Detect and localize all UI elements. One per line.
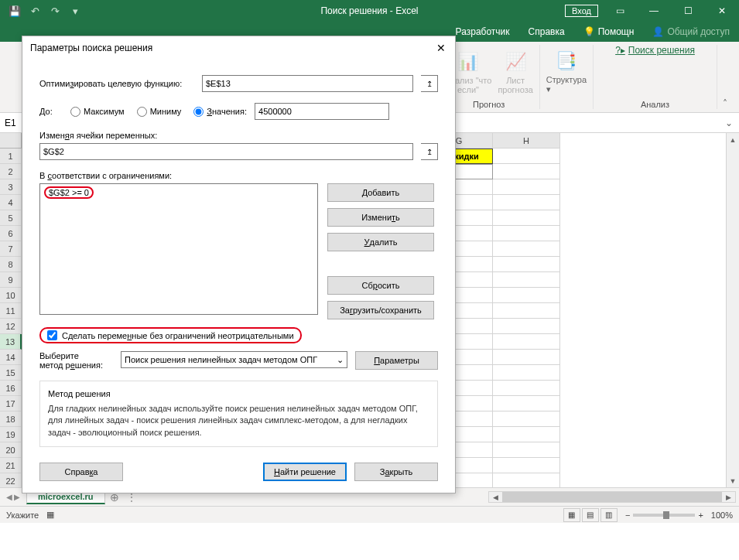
dialog-titlebar[interactable]: Параметры поиска решения ✕ xyxy=(22,36,455,60)
cell[interactable] xyxy=(493,411,560,427)
row-header[interactable]: 9 xyxy=(0,272,22,288)
row-header[interactable]: 16 xyxy=(0,381,22,396)
cell[interactable] xyxy=(493,164,560,179)
opt-max[interactable]: Максимум xyxy=(70,107,125,117)
tell-me[interactable]: 💡 Помощн xyxy=(574,22,644,42)
share-button[interactable]: 👤 Общий доступ xyxy=(643,26,739,37)
zoom-slider[interactable]: − + 100% xyxy=(625,510,733,520)
dialog-close-icon[interactable]: ✕ xyxy=(432,39,450,56)
objective-input[interactable] xyxy=(202,75,413,92)
vertical-scrollbar[interactable]: ▲ ▼ xyxy=(726,133,739,487)
cell[interactable] xyxy=(493,427,560,442)
cell[interactable] xyxy=(493,381,560,396)
sheet-nav[interactable]: ◀▶ xyxy=(0,493,26,501)
cell[interactable] xyxy=(493,350,560,365)
structure-button[interactable]: 📑 Структура▾ xyxy=(546,49,587,94)
row-header[interactable]: 7 xyxy=(0,241,22,257)
objective-range-icon[interactable]: ↥ xyxy=(421,75,438,92)
login-button[interactable]: Вход xyxy=(565,5,598,17)
cell[interactable] xyxy=(493,241,560,257)
row-header[interactable]: 18 xyxy=(0,411,22,427)
cell[interactable] xyxy=(493,195,560,210)
scroll-down-icon[interactable]: ▼ xyxy=(727,474,739,487)
cell[interactable] xyxy=(493,288,560,303)
row-header[interactable]: 1 xyxy=(0,149,22,164)
scroll-up-icon[interactable]: ▲ xyxy=(727,133,739,146)
row-header[interactable]: 21 xyxy=(0,458,22,473)
row-header[interactable]: 14 xyxy=(0,350,22,365)
cell[interactable] xyxy=(493,458,560,473)
zoom-out-icon[interactable]: − xyxy=(625,510,630,520)
row-header[interactable]: 15 xyxy=(0,365,22,381)
cell[interactable] xyxy=(493,334,560,350)
cell[interactable] xyxy=(493,396,560,411)
row-header[interactable]: 10 xyxy=(0,288,22,303)
cell[interactable] xyxy=(493,365,560,381)
scroll-right-icon[interactable]: ▶ xyxy=(722,492,735,502)
cell[interactable] xyxy=(493,210,560,226)
find-button[interactable]: Найти решение xyxy=(263,463,347,481)
close-window-icon[interactable]: ✕ xyxy=(705,0,739,22)
vars-range-icon[interactable]: ↥ xyxy=(421,143,438,160)
params-button[interactable]: Параметры xyxy=(355,351,438,370)
page-layout-icon[interactable]: ▤ xyxy=(582,508,599,522)
scroll-left-icon[interactable]: ◀ xyxy=(489,492,502,502)
horizontal-scrollbar[interactable]: ◀ ▶ xyxy=(488,491,736,503)
normal-view-icon[interactable]: ▦ xyxy=(563,508,580,522)
row-header[interactable]: 19 xyxy=(0,427,22,442)
save-icon[interactable]: 💾 xyxy=(6,2,23,19)
delete-button[interactable]: Удалить xyxy=(327,233,434,251)
opt-value[interactable]: Значения: xyxy=(193,107,247,117)
cell[interactable] xyxy=(493,303,560,319)
cell[interactable] xyxy=(493,149,560,164)
row-header[interactable]: 6 xyxy=(0,226,22,241)
minimize-icon[interactable]: — xyxy=(637,0,671,22)
change-button[interactable]: Изменить xyxy=(327,208,434,227)
row-header[interactable]: 20 xyxy=(0,442,22,458)
add-button[interactable]: Добавить xyxy=(327,183,434,202)
close-button[interactable]: Закрыть xyxy=(354,463,438,481)
help-button[interactable]: Справка xyxy=(39,463,123,481)
collapse-ribbon-icon[interactable]: ˄ xyxy=(717,45,733,109)
method-select[interactable]: Поиск решения нелинейных задач методом О… xyxy=(121,351,347,368)
constraint-item[interactable]: $G$2 >= 0 xyxy=(42,186,316,200)
vars-input[interactable] xyxy=(39,143,413,160)
page-break-icon[interactable]: ▥ xyxy=(600,508,618,522)
col-header[interactable]: H xyxy=(493,133,560,149)
solver-button[interactable]: ?▸ Поиск решения xyxy=(615,45,695,56)
zoom-level[interactable]: 100% xyxy=(711,510,733,520)
cell[interactable] xyxy=(493,179,560,195)
row-header[interactable]: 5 xyxy=(0,210,22,226)
row-header[interactable]: 3 xyxy=(0,179,22,195)
nonneg-checkbox[interactable] xyxy=(47,330,57,340)
tab-developer[interactable]: Разработчик xyxy=(446,22,519,42)
row-header[interactable]: 17 xyxy=(0,396,22,411)
cell[interactable] xyxy=(493,473,560,487)
row-header[interactable]: 4 xyxy=(0,195,22,210)
row-header[interactable]: 12 xyxy=(0,319,22,334)
row-header[interactable]: 22 xyxy=(0,473,22,487)
row-header[interactable]: 13 xyxy=(0,334,22,350)
load-save-button[interactable]: Загрузить/сохранить xyxy=(327,301,434,319)
row-header[interactable]: 11 xyxy=(0,303,22,319)
qat-more-icon[interactable]: ▾ xyxy=(67,2,84,19)
cell[interactable] xyxy=(493,226,560,241)
redo-icon[interactable]: ↷ xyxy=(46,2,63,19)
value-input[interactable] xyxy=(255,103,389,120)
tab-help[interactable]: Справка xyxy=(519,22,574,42)
zoom-in-icon[interactable]: + xyxy=(698,510,703,520)
constraints-listbox[interactable]: $G$2 >= 0 xyxy=(39,183,318,315)
cell[interactable] xyxy=(493,442,560,458)
macro-record-icon[interactable]: ▦ xyxy=(46,510,54,520)
formula-expand-icon[interactable]: ⌄ xyxy=(725,118,739,128)
undo-icon[interactable]: ↶ xyxy=(26,2,43,19)
cell[interactable] xyxy=(493,319,560,334)
cell[interactable] xyxy=(493,272,560,288)
row-header[interactable]: 2 xyxy=(0,164,22,179)
opt-min[interactable]: Миниму xyxy=(137,107,182,117)
maximize-icon[interactable]: ☐ xyxy=(671,0,705,22)
row-header[interactable]: 8 xyxy=(0,257,22,272)
forecast-sheet-button[interactable]: 📈 Лист прогноза xyxy=(498,50,532,94)
ribbon-options-icon[interactable]: ▭ xyxy=(603,0,637,22)
cell[interactable] xyxy=(493,257,560,272)
